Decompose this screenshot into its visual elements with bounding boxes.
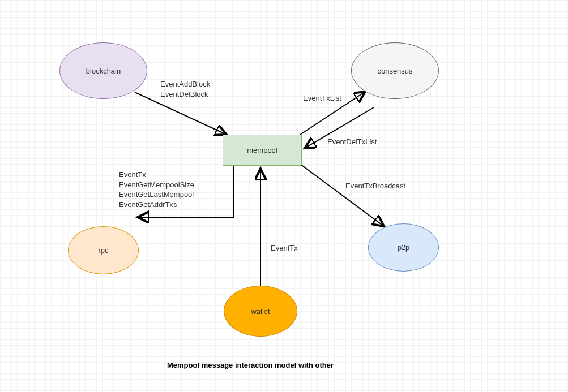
node-consensus[interactable]: consensus xyxy=(351,42,439,99)
diagram-caption: Mempool message interaction model with o… xyxy=(167,361,334,369)
label-mempool-consensus: EventTxList xyxy=(303,93,341,104)
node-blockchain[interactable]: blockchain xyxy=(59,42,147,99)
label-wallet-mempool: EventTx xyxy=(271,243,298,253)
node-wallet-label: wallet xyxy=(251,307,270,316)
label-blockchain-mempool: EventAddBlock EventDelBlock xyxy=(160,79,210,99)
node-blockchain-label: blockchain xyxy=(86,67,121,75)
node-mempool-label: mempool xyxy=(247,146,277,154)
node-rpc-label: rpc xyxy=(98,246,108,255)
label-mempool-rpc: EventTx EventGetMempoolSize EventGetLast… xyxy=(119,170,194,209)
node-consensus-label: consensus xyxy=(377,67,412,75)
node-rpc[interactable]: rpc xyxy=(68,226,139,274)
node-wallet[interactable]: wallet xyxy=(224,286,297,337)
node-mempool[interactable]: mempool xyxy=(223,135,302,166)
node-p2p[interactable]: p2p xyxy=(368,223,439,272)
label-mempool-p2p: EventTxBroadcast xyxy=(345,181,405,191)
label-consensus-mempool: EventDelTxList xyxy=(327,137,377,147)
node-p2p-label: p2p xyxy=(398,243,410,252)
edge-mempool-p2p xyxy=(300,164,384,226)
diagram-stage: blockchain consensus mempool rpc p2p wal… xyxy=(0,0,568,392)
